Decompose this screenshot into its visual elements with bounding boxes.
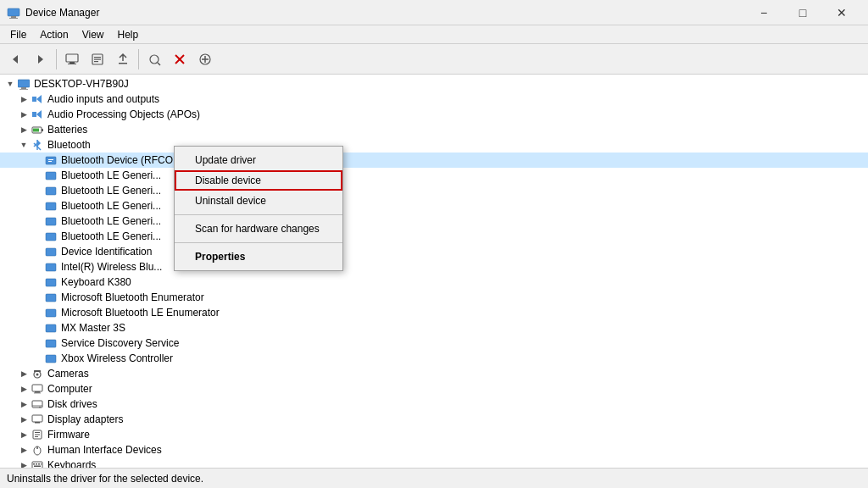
toolbar-sep-2: [138, 49, 139, 69]
display-adapters-expander[interactable]: ▶: [17, 413, 31, 426]
remove-button[interactable]: [168, 47, 192, 71]
cameras-expander[interactable]: ▶: [17, 367, 31, 380]
svg-marker-3: [13, 55, 18, 64]
tree-bt-le1[interactable]: Bluetooth LE Generi...: [0, 168, 868, 183]
tree-bt-device[interactable]: Bluetooth Device (RFCOMM Protocol TDI): [0, 152, 868, 168]
tree-bt-le3[interactable]: Bluetooth LE Generi...: [0, 198, 868, 214]
root-expander[interactable]: ▼: [3, 77, 17, 91]
root-icon: [17, 77, 31, 91]
menu-action[interactable]: Action: [33, 25, 75, 43]
tree-root[interactable]: ▼ DESKTOP-VH7B90J: [0, 76, 868, 92]
bt-le5-expander: [31, 230, 44, 243]
bt-ms-le-expander: [31, 306, 44, 319]
svg-rect-60: [32, 415, 42, 422]
tree-batteries[interactable]: ▶ Batteries: [0, 122, 868, 137]
tree-bt-mx[interactable]: MX Master 3S: [0, 320, 868, 336]
context-disable-device[interactable]: Disable device: [175, 170, 342, 191]
bt-le3-icon: [44, 199, 58, 213]
menu-bar: File Action View Help: [0, 25, 868, 44]
svg-rect-39: [46, 187, 56, 195]
firmware-expander[interactable]: ▶: [17, 428, 31, 441]
bt-le5-icon: [44, 230, 58, 243]
computer-expander[interactable]: ▶: [17, 382, 31, 396]
firmware-icon: [31, 428, 44, 441]
computer-icon: [31, 382, 44, 396]
properties-button[interactable]: [86, 47, 109, 71]
tree-audio-processing[interactable]: ▶ Audio Processing Objects (APOs): [0, 107, 868, 122]
close-button[interactable]: ✕: [822, 0, 861, 25]
audio-inputs-icon: [31, 92, 44, 106]
tree-bt-ms-le[interactable]: Microsoft Bluetooth LE Enumerator: [0, 305, 868, 320]
back-button[interactable]: [3, 47, 27, 71]
tree-keyboards[interactable]: ▶ Keyboards: [0, 458, 868, 468]
context-update-driver[interactable]: Update driver: [175, 150, 342, 170]
tree-bt-le5[interactable]: Bluetooth LE Generi...: [0, 229, 868, 244]
tree-computer[interactable]: ▶ Computer: [0, 381, 868, 396]
batteries-expander[interactable]: ▶: [17, 123, 31, 136]
device-tree[interactable]: ▼ DESKTOP-VH7B90J ▶ Audio inputs and out…: [0, 75, 868, 468]
tree-bt-device-id[interactable]: Device Identification: [0, 244, 868, 259]
tree-display-adapters[interactable]: ▶ Display adapters: [0, 412, 868, 427]
title-bar: Device Manager − □ ✕: [0, 0, 868, 25]
bt-le4-icon: [44, 214, 58, 228]
svg-rect-6: [70, 62, 75, 64]
computer-button[interactable]: [60, 47, 84, 71]
tree-bt-le4[interactable]: Bluetooth LE Generi...: [0, 214, 868, 229]
bt-xbox-expander: [31, 352, 44, 365]
audio-inputs-expander[interactable]: ▶: [17, 92, 31, 106]
tree-bluetooth[interactable]: ▼ Bluetooth: [0, 137, 868, 152]
display-adapters-label: Display adapters: [47, 413, 123, 425]
svg-rect-45: [46, 279, 56, 286]
forward-button[interactable]: [29, 47, 53, 71]
tree-cameras[interactable]: ▶ Cameras: [0, 366, 868, 381]
tree-audio-inputs[interactable]: ▶ Audio inputs and outputs: [0, 92, 868, 107]
context-sep-1: [175, 214, 342, 215]
svg-rect-65: [35, 436, 38, 437]
scan-button[interactable]: [142, 47, 166, 71]
svg-rect-61: [35, 422, 40, 424]
context-uninstall-device[interactable]: Uninstall device: [175, 191, 342, 211]
svg-rect-10: [94, 58, 101, 59]
tree-bt-svc[interactable]: Service Discovery Service: [0, 336, 868, 351]
menu-help[interactable]: Help: [111, 25, 146, 43]
cameras-icon: [31, 367, 44, 380]
menu-file[interactable]: File: [3, 25, 33, 43]
tree-hid[interactable]: ▶ Human Interface Devices: [0, 442, 868, 458]
svg-rect-28: [33, 129, 39, 132]
svg-rect-71: [38, 463, 40, 465]
tree-bt-xbox[interactable]: Xbox Wireless Controller: [0, 351, 868, 366]
tree-firmware[interactable]: ▶ Firmware: [0, 427, 868, 442]
tree-bt-le2[interactable]: Bluetooth LE Generi...: [0, 183, 868, 198]
svg-marker-25: [36, 110, 42, 119]
maximize-button[interactable]: □: [783, 0, 822, 25]
tree-bt-ms-enum[interactable]: Microsoft Bluetooth Enumerator: [0, 290, 868, 305]
context-properties[interactable]: Properties: [175, 247, 342, 267]
menu-view[interactable]: View: [75, 25, 111, 43]
bluetooth-icon: [31, 138, 44, 152]
svg-rect-12: [119, 63, 127, 64]
hid-icon: [31, 443, 44, 457]
tree-bt-intel[interactable]: Intel(R) Wireless Blu...: [0, 259, 868, 274]
keyboards-expander[interactable]: ▶: [17, 458, 31, 468]
disk-drives-expander[interactable]: ▶: [17, 397, 31, 411]
update-button[interactable]: [111, 47, 135, 71]
bt-le5-label: Bluetooth LE Generi...: [61, 230, 161, 242]
audio-processing-expander[interactable]: ▶: [17, 108, 31, 121]
tree-disk-drives[interactable]: ▶ Disk drives: [0, 396, 868, 412]
bt-ms-le-icon: [44, 306, 58, 319]
svg-rect-44: [46, 263, 56, 271]
tree-bt-keyboard[interactable]: Keyboard K380: [0, 274, 868, 290]
svg-rect-63: [35, 432, 40, 433]
bt-le2-icon: [44, 184, 58, 197]
minimize-button[interactable]: −: [744, 0, 783, 25]
bt-device-expander: [31, 153, 44, 167]
svg-rect-50: [46, 355, 56, 363]
context-scan-changes[interactable]: Scan for hardware changes: [175, 219, 342, 239]
add-button[interactable]: [193, 47, 217, 71]
window-title: Device Manager: [25, 7, 744, 19]
bt-svc-icon: [44, 336, 58, 350]
svg-rect-27: [42, 129, 43, 131]
svg-rect-43: [46, 248, 56, 256]
bluetooth-expander[interactable]: ▼: [17, 138, 31, 152]
hid-expander[interactable]: ▶: [17, 443, 31, 457]
